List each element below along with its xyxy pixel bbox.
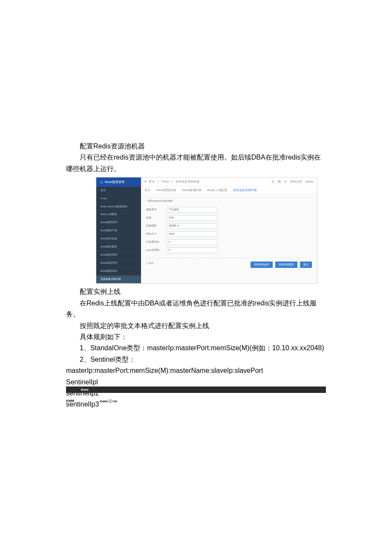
sidebar-item-sentinel-config[interactable]: Redis Sentinel配置项表 bbox=[96, 203, 141, 211]
sidebar-item-post-config[interactable]: Redis解后配置 bbox=[96, 243, 141, 251]
sidebar-item-type-mgmt[interactable]: Redis类型管理 bbox=[96, 219, 141, 227]
label-machine-type: 机器类型: bbox=[146, 224, 167, 228]
footer-title: Kirtz bbox=[81, 388, 89, 392]
embedded-screenshot: Redis配置管理 首页 Firsts Redis Sentinel配置项表 R… bbox=[96, 177, 317, 284]
tab-bar: 首页 Redis类型列表 Redis新增列表 Redis上线配置 安装包装关联列… bbox=[141, 186, 317, 195]
breadcrumb-p2[interactable]: 安装包装关联机器 bbox=[176, 179, 199, 184]
top-action-b[interactable]: 图 bbox=[278, 179, 281, 184]
document-body: 配置Redis资源池机器 只有已经在redis资源池中的机器才能被配置使用。如后… bbox=[0, 0, 392, 410]
clear-button[interactable]: 清除查询条件 bbox=[251, 262, 273, 268]
paragraph-online-desc: 在Redis上线配置中由DBA或者运维角色进行配置已批准的redis实例进行上线… bbox=[66, 298, 326, 320]
field-used-mem[interactable]: 0 bbox=[167, 239, 218, 245]
field-machine[interactable]: 自动 bbox=[167, 215, 218, 221]
breadcrumb-home[interactable]: 首页 bbox=[149, 179, 155, 184]
sidebar-item-firsts[interactable]: Firsts bbox=[96, 195, 141, 203]
sidebar-item-home[interactable]: 首页 bbox=[96, 187, 141, 195]
query-section-header[interactable]: > 查询 REDIS PASTER bbox=[146, 198, 312, 205]
sidebar-item-cluster-mgmt[interactable]: Redis集群管理 bbox=[96, 259, 141, 267]
footer-raw: inaio-三>m bbox=[100, 399, 117, 404]
app-sidebar: Redis配置管理 首页 Firsts Redis Sentinel配置项表 R… bbox=[96, 177, 141, 283]
app-logo: Redis配置管理 bbox=[96, 177, 141, 187]
paragraph-format-desc: 按照既定的审批文本格式进行配置实例上线 bbox=[66, 320, 326, 331]
breadcrumb-p1[interactable]: Firsts bbox=[161, 179, 169, 184]
field-redis-use[interactable]: 0 bbox=[167, 247, 218, 253]
sidebar-item-online-config[interactable]: Redis上线配置 bbox=[96, 211, 141, 219]
hamburger-icon[interactable]: ≡ bbox=[144, 179, 146, 184]
form-panel: > 查询 REDIS PASTER 服务单号: 下拉选择 机器: 自动 机器类型… bbox=[141, 194, 317, 283]
tab-home[interactable]: 首页 bbox=[144, 188, 150, 193]
label-mem-size: 内存大小: bbox=[146, 232, 167, 236]
app-title: Redis配置管理 bbox=[105, 180, 124, 185]
query-subheader[interactable]: > 查询 bbox=[146, 262, 153, 268]
user-menu[interactable]: admin bbox=[306, 179, 314, 184]
breadcrumb-bar: ≡ 首页 > Firsts > 安装包装关联机器 从 图 ★ 安装记录 admi… bbox=[141, 177, 317, 186]
tab-type-list[interactable]: Redis类型列表 bbox=[156, 188, 176, 193]
label-used-mem: 已使用内存: bbox=[146, 240, 167, 244]
sidebar-item-run-machine[interactable]: Redis运行机器 bbox=[96, 235, 141, 243]
label-machine: 机器: bbox=[146, 216, 167, 220]
label-redis-use: redis使用部: bbox=[146, 248, 167, 253]
heading-config-pool: 配置Redis资源池机器 bbox=[66, 141, 326, 152]
top-action-install-log[interactable]: 安装记录 bbox=[290, 179, 302, 184]
rule-standalone: 1、StandaIOne类型：masterIp:masterPort:memSi… bbox=[66, 343, 326, 354]
field-machine-type[interactable]: 虚拟机 ▾ bbox=[167, 223, 218, 229]
sidebar-item-pkg-assoc[interactable]: 安装包装关联列表 bbox=[96, 276, 141, 284]
paragraph-rules-header: 具体规则如下： bbox=[66, 331, 326, 343]
sentinel-ip-1: SentinelIpl bbox=[66, 377, 326, 388]
top-action-a[interactable]: 从 bbox=[271, 179, 274, 184]
tab-online-config[interactable]: Redis上线配置 bbox=[208, 188, 227, 193]
rule-sentinel-format: masterIp:masterPort:memSize(M):masterNam… bbox=[66, 365, 326, 376]
sidebar-item-config-list[interactable]: Redis配置项表 bbox=[96, 267, 141, 276]
top-action-star[interactable]: ★ bbox=[284, 179, 287, 184]
tab-new-list[interactable]: Redis新增列表 bbox=[182, 188, 202, 193]
sidebar-item-config-apply[interactable]: Redis配置申请 bbox=[96, 227, 141, 235]
tab-pkg-assoc[interactable]: 安装包装关联列表 bbox=[233, 188, 257, 193]
rule-sentinel-header: 2、Sentinel类型： bbox=[66, 354, 326, 365]
footer-sub: KMM inaio-三>m bbox=[66, 399, 117, 404]
footer-bar: Kirtz bbox=[66, 386, 326, 393]
footer-kmm: KMM bbox=[66, 399, 74, 404]
logo-icon bbox=[100, 180, 103, 184]
paragraph-pool-desc: 只有已经在redis资源池中的机器才能被配置使用。如后续DBA在批准redis实… bbox=[66, 152, 326, 174]
heading-instance-online: 配置实例上线 bbox=[66, 286, 326, 297]
submit-button[interactable]: 提交 bbox=[300, 262, 312, 268]
label-ticket: 服务单号: bbox=[146, 208, 167, 212]
field-ticket[interactable]: 下拉选择 bbox=[167, 207, 218, 213]
view-assoc-button[interactable]: 查看关联配置 bbox=[275, 262, 297, 268]
sidebar-item-version-mgmt[interactable]: Redis版本管理 bbox=[96, 251, 141, 259]
field-mem-size[interactable]: 2000 bbox=[167, 231, 218, 237]
